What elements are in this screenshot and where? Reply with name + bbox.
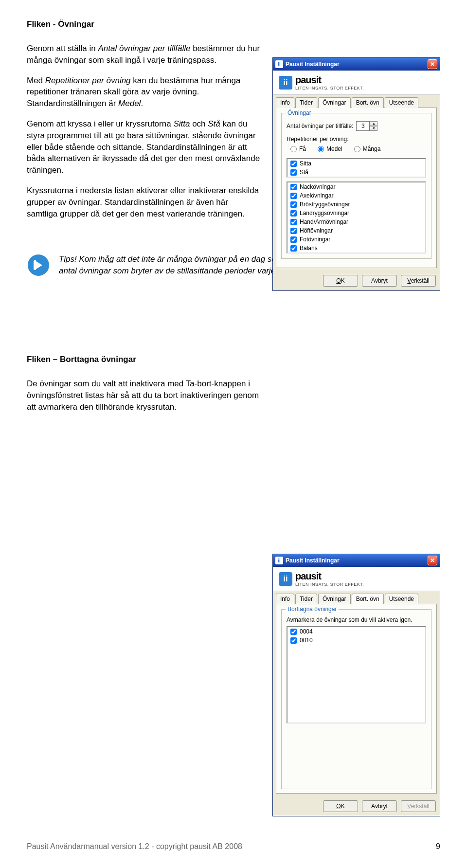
text-fragment: och bbox=[190, 119, 208, 128]
text-italic: Medel bbox=[118, 99, 141, 108]
logo-text: pausit LITEN INSATS. STOR EFFEKT. bbox=[295, 74, 364, 90]
radio-fa-input[interactable] bbox=[290, 146, 297, 152]
group-ovningar: Övningar Antal övningar per tillfälle: ▲… bbox=[281, 113, 431, 259]
brand-text: pausit bbox=[295, 571, 364, 582]
logo-area: ii pausit LITEN INSATS. STOR EFFEKT. bbox=[273, 71, 440, 95]
tab-bort-ovn[interactable]: Bort. övn bbox=[352, 594, 384, 604]
chk-input[interactable] bbox=[290, 193, 297, 199]
radio-fa[interactable]: Få bbox=[290, 145, 306, 152]
ok-button[interactable]: OK bbox=[323, 800, 358, 812]
chk-group[interactable]: Höftövningar bbox=[287, 226, 425, 235]
btn-suffix: K bbox=[341, 277, 345, 284]
para-2: Med Repetitioner per övning kan du bestä… bbox=[27, 75, 260, 109]
spinner-up[interactable]: ▲ bbox=[370, 121, 377, 126]
radio-label: Många bbox=[363, 145, 381, 152]
radio-manga-input[interactable] bbox=[354, 146, 360, 152]
ok-button[interactable]: OK bbox=[323, 275, 358, 287]
chk-input[interactable] bbox=[290, 219, 297, 225]
chk-label: Sitta bbox=[300, 160, 311, 167]
dialog-buttons-2: OK Avbryt Verkställ bbox=[273, 796, 440, 816]
titlebar-text: Pausit Inställningar bbox=[286, 61, 428, 68]
checklist-top[interactable]: Sitta Stå bbox=[287, 158, 426, 178]
text-italic: Stå bbox=[208, 119, 220, 128]
page-footer: Pausit Användarmanual version 1.2 - copy… bbox=[27, 842, 440, 851]
spinner-down[interactable]: ▼ bbox=[370, 126, 377, 131]
radio-label: Medel bbox=[326, 145, 342, 152]
chk-group[interactable]: Ländryggsövningar bbox=[287, 209, 425, 217]
tab-tider[interactable]: Tider bbox=[295, 594, 317, 604]
tab-info[interactable]: Info bbox=[276, 594, 294, 604]
chk-label: Ländryggsövningar bbox=[300, 210, 349, 217]
tab-content-1: Övningar Antal övningar per tillfälle: ▲… bbox=[276, 108, 437, 268]
tab-ovningar[interactable]: Övningar bbox=[318, 594, 351, 604]
tagline-text: LITEN INSATS. STOR EFFEKT. bbox=[295, 582, 364, 587]
para-4: Kryssrutorna i nedersta listan aktiverar… bbox=[27, 185, 260, 219]
chk-input[interactable] bbox=[290, 629, 297, 635]
arrow-circle-icon bbox=[27, 253, 50, 277]
section-1-heading: Fliken - Övningar bbox=[27, 19, 440, 29]
chk-input[interactable] bbox=[290, 210, 297, 217]
chk-input[interactable] bbox=[290, 184, 297, 190]
tip-label: Tips! bbox=[59, 254, 77, 264]
btn-suffix: K bbox=[341, 803, 345, 810]
chk-removed-item[interactable]: 0010 bbox=[287, 636, 425, 645]
btn-suffix: erkställ bbox=[411, 277, 430, 284]
logo-text: pausit LITEN INSATS. STOR EFFEKT. bbox=[295, 571, 364, 587]
chk-removed-item[interactable]: 0004 bbox=[287, 627, 425, 636]
chk-label: Fotövningar bbox=[300, 236, 330, 243]
chk-sta[interactable]: Stå bbox=[287, 168, 425, 177]
titlebar[interactable]: ii Pausit Inställningar ✕ bbox=[273, 554, 440, 567]
group-title: Övningar bbox=[286, 109, 313, 116]
settings-dialog-1: ii Pausit Inställningar ✕ ii pausit LITE… bbox=[272, 57, 440, 291]
chk-group[interactable]: Axelövningar bbox=[287, 191, 425, 200]
tab-ovningar[interactable]: Övningar bbox=[318, 97, 351, 108]
chk-input[interactable] bbox=[290, 637, 297, 644]
tab-info[interactable]: Info bbox=[276, 97, 294, 108]
group-desc: Avmarkera de övningar som du vill aktive… bbox=[287, 616, 426, 623]
chk-input[interactable] bbox=[290, 245, 297, 252]
chk-group[interactable]: Balans bbox=[287, 244, 425, 253]
cancel-button[interactable]: Avbryt bbox=[362, 275, 397, 287]
section-2: Fliken – Borttagna övningar De övningar … bbox=[27, 355, 440, 413]
tab-bort-ovn[interactable]: Bort. övn bbox=[352, 97, 384, 108]
apply-button[interactable]: Verkställ bbox=[401, 275, 436, 287]
titlebar[interactable]: ii Pausit Inställningar ✕ bbox=[273, 58, 440, 71]
text-italic: Antal övningar per tillfälle bbox=[98, 44, 190, 53]
chk-group[interactable]: Fotövningar bbox=[287, 235, 425, 244]
chk-label: 0010 bbox=[300, 637, 313, 644]
chk-group[interactable]: Nackövningar bbox=[287, 182, 425, 191]
antal-input[interactable] bbox=[356, 121, 370, 131]
antal-spinner[interactable]: ▲ ▼ bbox=[356, 121, 377, 131]
chk-input[interactable] bbox=[290, 236, 297, 243]
tab-content-2: Borttagna övningar Avmarkera de övningar… bbox=[276, 604, 437, 794]
chk-label: Nackövningar bbox=[300, 183, 335, 190]
tab-utseende[interactable]: Utseende bbox=[385, 594, 418, 604]
apply-button[interactable]: Verkställ bbox=[401, 800, 436, 812]
text-italic: Repetitioner per övning bbox=[45, 76, 131, 85]
chk-sitta-input[interactable] bbox=[290, 161, 297, 167]
btn-suffix: erkställ bbox=[411, 803, 430, 810]
chk-input[interactable] bbox=[290, 201, 297, 208]
close-button[interactable]: ✕ bbox=[428, 556, 437, 565]
radio-medel-input[interactable] bbox=[318, 146, 324, 152]
group-title: Borttagna övningar bbox=[286, 606, 339, 613]
group-borttagna: Borttagna övningar Avmarkera de övningar… bbox=[281, 609, 431, 789]
chk-sta-input[interactable] bbox=[290, 169, 297, 176]
checklist-groups[interactable]: Nackövningar Axelövningar Bröstryggsövni… bbox=[287, 181, 426, 253]
radio-manga[interactable]: Många bbox=[354, 145, 381, 152]
text-fragment: . bbox=[141, 99, 143, 108]
logo-area: ii pausit LITEN INSATS. STOR EFFEKT. bbox=[273, 567, 440, 591]
chk-group[interactable]: Bröstryggsövningar bbox=[287, 200, 425, 209]
chk-group[interactable]: Hand/Armövningar bbox=[287, 217, 425, 226]
tab-tider[interactable]: Tider bbox=[295, 97, 317, 108]
radio-medel[interactable]: Medel bbox=[318, 145, 342, 152]
cancel-button[interactable]: Avbryt bbox=[362, 800, 397, 812]
checklist-removed[interactable]: 0004 0010 bbox=[287, 626, 426, 723]
para-5: De övningar som du valt att inaktivera m… bbox=[27, 378, 260, 413]
chk-label: Bröstryggsövningar bbox=[300, 201, 350, 208]
chk-input[interactable] bbox=[290, 228, 297, 234]
logo-icon: ii bbox=[279, 572, 292, 586]
close-button[interactable]: ✕ bbox=[428, 59, 437, 69]
tab-utseende[interactable]: Utseende bbox=[385, 97, 418, 108]
chk-sitta[interactable]: Sitta bbox=[287, 159, 425, 168]
